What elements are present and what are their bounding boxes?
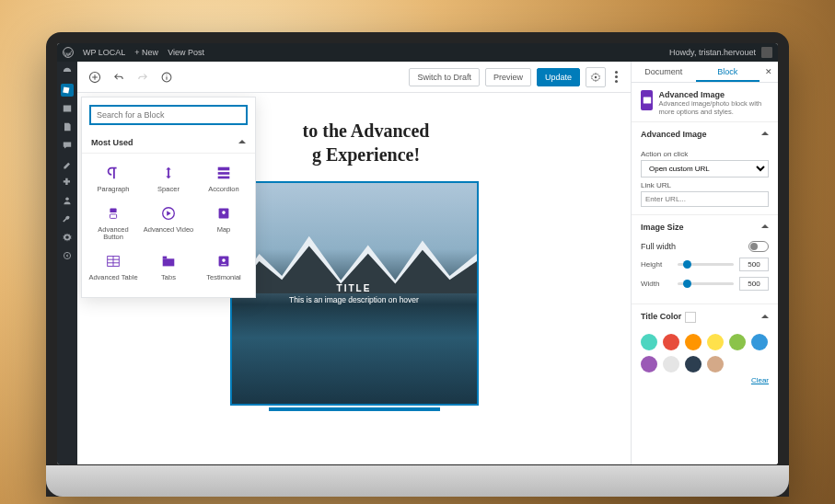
block-paragraph[interactable]: Paragraph <box>86 159 141 200</box>
block-description: Advanced image/photo block with more opt… <box>658 99 769 116</box>
block-title: Advanced Image <box>658 90 769 99</box>
image-overlay-subtitle: This is an image description on hover <box>289 295 419 304</box>
chevron-up-icon <box>761 130 769 139</box>
wordpress-icon[interactable] <box>63 47 74 58</box>
panel-title-color[interactable]: Title Color <box>632 304 778 330</box>
svg-point-21 <box>645 99 647 101</box>
rail-tools-icon[interactable] <box>61 212 74 225</box>
color-swatch[interactable] <box>663 356 679 372</box>
tab-document[interactable]: Document <box>632 62 696 82</box>
chevron-up-icon <box>238 138 246 147</box>
rail-media-icon[interactable] <box>61 102 74 115</box>
block-inserter-popover: Most Used Paragraph Spacer Accordion Adv… <box>81 97 256 298</box>
svg-rect-11 <box>110 214 116 219</box>
info-button[interactable] <box>158 69 175 86</box>
rail-settings-icon[interactable] <box>61 231 74 244</box>
undo-button[interactable] <box>110 69 127 86</box>
editor-toolbar: Switch to Draft Preview Update <box>77 62 631 93</box>
view-post-link[interactable]: View Post <box>168 48 204 57</box>
block-search-input[interactable] <box>89 105 248 125</box>
add-block-button[interactable] <box>87 69 103 86</box>
color-swatch[interactable] <box>729 334 746 350</box>
sidebar-close-button[interactable]: ✕ <box>760 62 778 82</box>
editor-area: Switch to Draft Preview Update Most Used <box>77 62 631 464</box>
title-color-sample <box>685 312 696 323</box>
rail-appearance-icon[interactable] <box>61 157 74 170</box>
svg-rect-17 <box>163 256 168 258</box>
editor-canvas[interactable]: Most Used Paragraph Spacer Accordion Adv… <box>77 93 631 464</box>
color-swatch[interactable] <box>707 334 724 350</box>
svg-rect-9 <box>218 177 230 179</box>
color-swatch[interactable] <box>663 334 679 350</box>
rail-pages-icon[interactable] <box>61 120 74 133</box>
inserter-section-header[interactable]: Most Used <box>82 132 255 154</box>
block-tabs[interactable]: Tabs <box>141 247 196 288</box>
svg-point-6 <box>595 75 597 77</box>
settings-sidebar: Document Block ✕ Advanced Image Advanced… <box>631 62 778 464</box>
width-value[interactable]: 500 <box>739 277 769 291</box>
rail-comments-icon[interactable] <box>61 139 74 152</box>
action-on-click-select[interactable]: Open custom URL <box>641 160 769 178</box>
color-swatch[interactable] <box>641 356 657 372</box>
advanced-image-block[interactable]: TITLE This is an image description on ho… <box>230 181 479 406</box>
panel-image-size[interactable]: Image Size <box>632 214 778 239</box>
full-width-toggle[interactable] <box>748 241 769 252</box>
wp-admin-bar: WP LOCAL + New View Post Howdy, tristan.… <box>57 43 778 62</box>
rail-collapse-icon[interactable] <box>61 249 74 262</box>
action-on-click-label: Action on click <box>641 150 769 158</box>
svg-point-14 <box>222 211 226 214</box>
height-value[interactable]: 500 <box>739 258 769 271</box>
redo-button[interactable] <box>134 69 151 86</box>
link-url-input[interactable] <box>641 191 769 207</box>
color-swatch[interactable] <box>751 334 768 350</box>
svg-rect-16 <box>163 258 175 266</box>
block-advanced-table[interactable]: Advanced Table <box>86 247 141 288</box>
block-testimonial[interactable]: Testimonial <box>196 247 251 288</box>
block-spacer[interactable]: Spacer <box>141 159 196 200</box>
chevron-up-icon <box>761 313 769 322</box>
howdy-text[interactable]: Howdy, tristan.hervouet <box>669 48 756 57</box>
preview-button[interactable]: Preview <box>485 68 531 86</box>
color-swatch[interactable] <box>685 334 702 350</box>
switch-to-draft-button[interactable]: Switch to Draft <box>409 68 480 86</box>
width-slider[interactable] <box>678 282 734 285</box>
width-label: Width <box>641 280 672 288</box>
site-name-link[interactable]: WP LOCAL <box>83 48 125 57</box>
more-options-button[interactable] <box>611 71 621 83</box>
rail-plugins-icon[interactable] <box>61 176 74 189</box>
link-url-label: Link URL <box>641 181 769 189</box>
block-map[interactable]: Map <box>196 200 251 247</box>
new-link[interactable]: + New <box>134 48 158 57</box>
chevron-up-icon <box>761 223 769 232</box>
rail-dashboard-icon[interactable] <box>61 65 74 78</box>
block-accordion[interactable]: Accordion <box>196 159 251 200</box>
svg-point-19 <box>222 258 226 262</box>
settings-gear-button[interactable] <box>586 67 606 87</box>
color-swatch[interactable] <box>685 356 702 372</box>
image-overlay-title: TITLE <box>337 283 372 293</box>
panel-advanced-image[interactable]: Advanced Image <box>632 121 778 146</box>
block-advanced-button[interactable]: Advanced Button <box>86 200 141 247</box>
block-type-icon <box>641 90 653 110</box>
svg-rect-1 <box>761 47 772 58</box>
full-width-label: Full width <box>641 242 676 251</box>
tab-block[interactable]: Block <box>696 62 760 82</box>
height-slider[interactable] <box>678 263 734 266</box>
update-button[interactable]: Update <box>537 68 580 86</box>
block-resize-handle[interactable] <box>269 407 440 411</box>
svg-point-2 <box>65 197 69 200</box>
admin-menu-rail <box>57 62 77 464</box>
rail-posts-icon[interactable] <box>61 84 74 97</box>
svg-rect-10 <box>110 208 116 212</box>
avatar-icon[interactable] <box>761 47 772 58</box>
clear-color-link[interactable]: Clear <box>751 376 769 384</box>
color-swatch[interactable] <box>641 334 657 350</box>
height-label: Height <box>641 260 672 269</box>
color-swatch[interactable] <box>707 356 724 372</box>
block-advanced-video[interactable]: Advanced Video <box>141 200 196 247</box>
svg-rect-8 <box>218 172 230 175</box>
color-swatches <box>641 330 769 376</box>
svg-rect-7 <box>218 167 230 171</box>
rail-users-icon[interactable] <box>61 194 74 207</box>
